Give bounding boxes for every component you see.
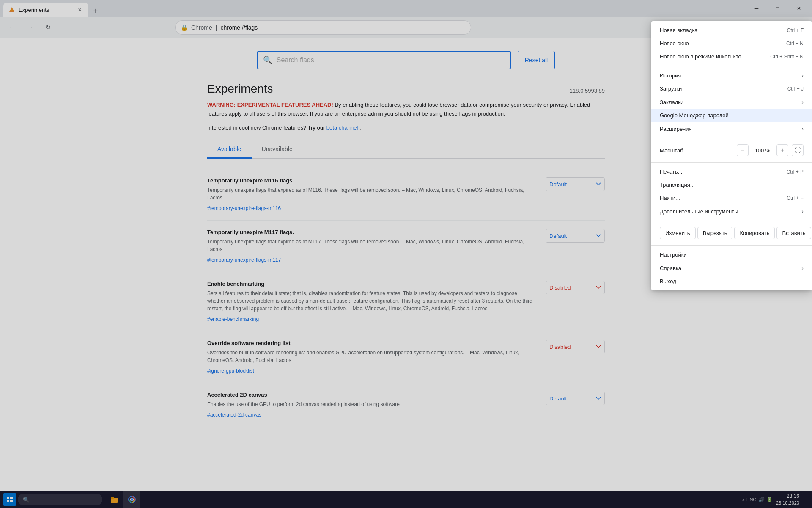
menu-item-extensions[interactable]: Расширения › — [651, 122, 812, 135]
menu-label-extensions: Расширения — [660, 126, 692, 132]
menu-item-new-window[interactable]: Новое окно Ctrl + N — [651, 37, 812, 50]
menu-label-exit: Выход — [660, 278, 676, 284]
menu-item-exit[interactable]: Выход — [651, 275, 812, 288]
menu-item-passwords[interactable]: Google Менеджер паролей — [651, 109, 812, 122]
menu-item-new-tab[interactable]: Новая вкладка Ctrl + T — [651, 24, 812, 37]
menu-divider — [651, 162, 812, 163]
menu-item-downloads[interactable]: Загрузки Ctrl + J — [651, 82, 812, 95]
arrow-icon-extensions: › — [793, 125, 804, 132]
shortcut-new-window: Ctrl + N — [786, 41, 804, 47]
edit-button-paste[interactable]: Вставить — [776, 227, 811, 239]
menu-item-edit: Изменить Вырезать Копировать Вставить — [651, 224, 812, 243]
menu-item-zoom: Масштаб − 100 % + ⛶ — [651, 141, 812, 160]
menu-item-bookmarks[interactable]: Закладки › — [651, 95, 812, 109]
edit-button-cut[interactable]: Вырезать — [697, 227, 733, 239]
zoom-plus-button[interactable]: + — [776, 144, 788, 156]
menu-label-help: Справка — [660, 265, 681, 271]
menu-label-bookmarks: Закладки — [660, 99, 683, 105]
menu-item-find[interactable]: Найти... Ctrl + F — [651, 191, 812, 204]
arrow-icon-bookmarks: › — [793, 99, 804, 105]
menu-label-history: История — [660, 72, 681, 79]
menu-label-passwords: Google Менеджер паролей — [660, 112, 729, 119]
menu-item-more-tools[interactable]: Дополнительные инструменты › — [651, 204, 812, 218]
shortcut-downloads: Ctrl + J — [787, 86, 804, 92]
arrow-icon-help: › — [793, 265, 804, 271]
shortcut-print: Ctrl + P — [787, 169, 804, 175]
menu-label-settings: Настройки — [660, 251, 687, 258]
menu-label-print: Печать... — [660, 168, 682, 175]
menu-label-new-tab: Новая вкладка — [660, 27, 698, 33]
arrow-icon-more-tools: › — [793, 208, 804, 215]
zoom-control: − 100 % + ⛶ — [737, 144, 804, 156]
menu-divider — [651, 66, 812, 66]
menu-item-incognito[interactable]: Новое окно в режиме инкогнито Ctrl + Shi… — [651, 50, 812, 63]
menu-divider — [651, 221, 812, 221]
context-menu: Новая вкладка Ctrl + T Новое окно Ctrl +… — [651, 21, 812, 290]
menu-label-zoom: Масштаб — [660, 147, 683, 154]
menu-divider — [651, 138, 812, 138]
edit-buttons: Изменить Вырезать Копировать Вставить — [660, 227, 811, 239]
zoom-value: 100 % — [752, 147, 773, 154]
shortcut-new-tab: Ctrl + T — [787, 28, 804, 33]
zoom-minus-button[interactable]: − — [737, 144, 749, 156]
shortcut-find: Ctrl + F — [787, 195, 804, 201]
menu-label-cast: Трансляция... — [660, 182, 695, 188]
menu-item-settings[interactable]: Настройки — [651, 248, 812, 261]
menu-divider — [651, 245, 812, 246]
menu-label-more-tools: Дополнительные инструменты — [660, 208, 738, 215]
edit-button-copy[interactable]: Копировать — [734, 227, 775, 239]
menu-label-new-window: Новое окно — [660, 40, 689, 47]
menu-label-find: Найти... — [660, 195, 680, 201]
menu-item-print[interactable]: Печать... Ctrl + P — [651, 165, 812, 178]
fullscreen-button[interactable]: ⛶ — [792, 144, 804, 156]
menu-item-cast[interactable]: Трансляция... — [651, 178, 812, 191]
menu-label-downloads: Загрузки — [660, 86, 682, 92]
menu-item-help[interactable]: Справка › — [651, 261, 812, 275]
menu-item-history[interactable]: История › — [651, 69, 812, 82]
menu-label-incognito: Новое окно в режиме инкогнито — [660, 53, 741, 60]
edit-button-change[interactable]: Изменить — [660, 227, 696, 239]
arrow-icon-history: › — [793, 72, 804, 79]
shortcut-incognito: Ctrl + Shift + N — [770, 54, 804, 60]
